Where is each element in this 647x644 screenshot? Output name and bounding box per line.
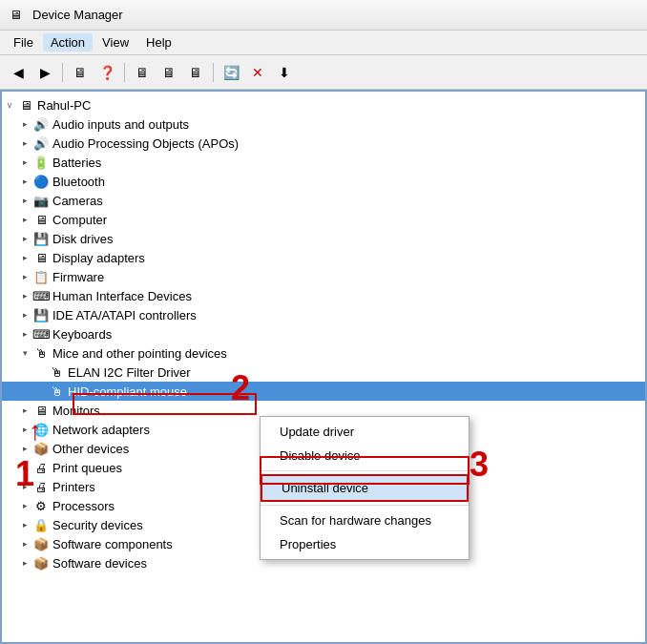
menu-item-help[interactable]: Help [138, 33, 179, 52]
tree-item-firmware[interactable]: ▸ 📋 Firmware [2, 267, 645, 286]
expand-icon-software-devices[interactable]: ▸ [17, 555, 32, 571]
device-icon-printers: 🖨 [32, 478, 50, 495]
expand-icon-mice[interactable]: ▾ [17, 345, 32, 361]
ctx-sep-3 [261, 505, 469, 506]
tree-item-disk-drives[interactable]: ▸ 💾 Disk drives [2, 229, 645, 248]
device-label-hid-mouse: HID-compliant mouse [68, 384, 187, 399]
expand-icon-security[interactable]: ▸ [17, 517, 32, 532]
expand-icon-hid-mouse [32, 384, 48, 399]
expand-icon-bluetooth[interactable]: ▸ [17, 174, 32, 189]
expand-icon-other-devices[interactable]: ▸ [17, 441, 32, 456]
title-bar: 🖥 Device Manager [0, 0, 647, 31]
device-label-batteries: Batteries [52, 156, 101, 170]
tree-item-elan[interactable]: 🖱 ELAN I2C Filter Driver [2, 363, 645, 382]
device-icon-firmware: 📋 [32, 268, 50, 285]
expand-icon-software-components[interactable]: ▸ [17, 536, 32, 551]
expand-icon-keyboards[interactable]: ▸ [17, 326, 32, 342]
toolbar-sep-2 [124, 63, 125, 82]
expand-icon-audio-inputs[interactable]: ▸ [17, 116, 32, 132]
device-icon-hid: ⌨ [32, 287, 50, 304]
device-label-mice: Mice and other pointing devices [52, 346, 227, 361]
device-label-other-devices: Other devices [52, 442, 129, 456]
expand-icon-processors[interactable]: ▸ [17, 498, 32, 513]
device-label-security: Security devices [52, 518, 143, 532]
expand-icon-display-adapters[interactable]: ▸ [17, 250, 32, 265]
device-label-network: Network adapters [52, 423, 150, 437]
tree-item-mice[interactable]: ▾ 🖱 Mice and other pointing devices [2, 343, 645, 363]
expand-icon-batteries[interactable]: ▸ [17, 155, 32, 170]
expand-icon-print-queues[interactable]: ▸ [17, 460, 32, 475]
tree-item-bluetooth[interactable]: ▸ 🔵 Bluetooth [2, 172, 645, 191]
expand-icon-hid[interactable]: ▸ [17, 288, 32, 303]
device-icon-keyboards: ⌨ [32, 325, 50, 343]
toolbar-refresh[interactable]: 🔄 [219, 60, 243, 85]
device-icon-other-devices: 📦 [32, 440, 50, 457]
tree-item-cameras[interactable]: ▸ 📷 Cameras [2, 191, 645, 210]
expand-icon-ide[interactable]: ▸ [17, 307, 32, 322]
expand-icon-computer[interactable]: ▸ [17, 212, 32, 227]
ctx-item-disable-device[interactable]: Disable device [261, 444, 469, 467]
device-icon-monitors: 🖥 [32, 402, 50, 419]
expand-icon-audio-processing[interactable]: ▸ [17, 135, 32, 151]
toolbar-computer[interactable]: 🖥 [68, 60, 93, 85]
toolbar-monitor[interactable]: 🖥 [130, 60, 155, 85]
tree-item-hid[interactable]: ▸ ⌨ Human Interface Devices [2, 286, 645, 305]
toolbar-view[interactable]: 🖥 [157, 60, 181, 85]
device-icon-hid-mouse: 🖱 [48, 383, 65, 400]
expand-icon-network[interactable]: ▸ [17, 422, 32, 437]
tree-item-audio-inputs[interactable]: ▸ 🔊 Audio inputs and outputs [2, 114, 645, 134]
device-icon-processors: ⚙ [32, 497, 50, 514]
device-icon-computer: 🖥 [32, 211, 50, 228]
device-icon-batteries: 🔋 [32, 154, 50, 171]
tree-item-ide[interactable]: ▸ 💾 IDE ATA/ATAPI controllers [2, 305, 645, 324]
menu-item-action[interactable]: Action [43, 33, 93, 52]
ctx-item-update-driver[interactable]: Update driver [261, 420, 469, 444]
device-icon-print-queues: 🖨 [32, 459, 50, 476]
toolbar-remove[interactable]: ✕ [245, 60, 270, 85]
toolbar-sep-1 [62, 63, 63, 82]
toolbar: ◀ ▶ 🖥 ❓ 🖥 🖥 🖥 🔄 ✕ ⬇ [0, 55, 647, 90]
menu-item-view[interactable]: View [94, 33, 136, 52]
expand-icon-printers[interactable]: ▸ [17, 479, 32, 494]
ctx-item-uninstall-device[interactable]: Uninstall device [261, 474, 469, 502]
device-label-disk-drives: Disk drives [52, 232, 114, 246]
expand-icon-disk-drives[interactable]: ▸ [17, 231, 32, 246]
device-icon-software-components: 📦 [32, 535, 50, 552]
menu-item-file[interactable]: File [6, 33, 41, 52]
expand-icon-elan [32, 364, 48, 380]
device-label-bluetooth: Bluetooth [52, 175, 105, 189]
ctx-item-properties[interactable]: Properties [261, 532, 469, 556]
toolbar-help[interactable]: ❓ [94, 60, 119, 85]
ctx-item-scan-hardware[interactable]: Scan for hardware changes [261, 509, 469, 532]
main-area: v 🖥 Rahul-PC ▸ 🔊 Audio inputs and output… [0, 90, 647, 644]
menu-bar: FileActionViewHelp [0, 31, 647, 55]
device-label-software-components: Software components [52, 537, 173, 551]
device-label-display-adapters: Display adapters [52, 251, 145, 265]
toolbar-forward[interactable]: ▶ [32, 60, 57, 85]
device-label-keyboards: Keyboards [52, 327, 112, 342]
device-label-ide: IDE ATA/ATAPI controllers [52, 308, 197, 322]
toolbar-back[interactable]: ◀ [6, 60, 31, 85]
device-label-audio-inputs: Audio inputs and outputs [52, 117, 189, 132]
device-icon-audio-inputs: 🔊 [32, 115, 50, 133]
expand-icon-firmware[interactable]: ▸ [17, 269, 32, 284]
tree-item-batteries[interactable]: ▸ 🔋 Batteries [2, 153, 645, 172]
tree-item-keyboards[interactable]: ▸ ⌨ Keyboards [2, 324, 645, 343]
device-label-monitors: Monitors [52, 404, 100, 418]
tree-item-display-adapters[interactable]: ▸ 🖥 Display adapters [2, 248, 645, 267]
device-icon-ide: 💾 [32, 306, 50, 323]
toolbar-view2[interactable]: 🖥 [183, 60, 208, 85]
expand-icon-monitors[interactable]: ▸ [17, 403, 32, 418]
device-icon-mice: 🖱 [32, 344, 50, 362]
expand-icon-cameras[interactable]: ▸ [17, 193, 32, 208]
tree-root[interactable]: v 🖥 Rahul-PC [2, 95, 645, 114]
tree-item-audio-processing[interactable]: ▸ 🔊 Audio Processing Objects (APOs) [2, 134, 645, 153]
device-label-print-queues: Print queues [52, 461, 122, 475]
device-icon-software-devices: 📦 [32, 554, 50, 571]
ctx-sep-after-disable [261, 470, 469, 471]
tree-item-computer[interactable]: ▸ 🖥 Computer [2, 210, 645, 229]
root-label: Rahul-PC [37, 98, 91, 113]
toolbar-down[interactable]: ⬇ [272, 60, 297, 85]
tree-item-hid-mouse[interactable]: 🖱 HID-compliant mouse [2, 382, 645, 401]
device-icon-security: 🔒 [32, 516, 50, 533]
